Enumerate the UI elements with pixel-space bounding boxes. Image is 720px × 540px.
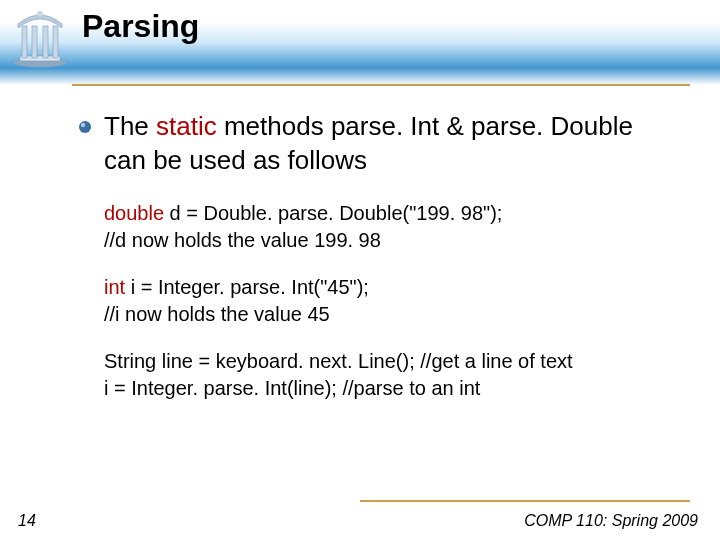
code-block-2: int i = Integer. parse. Int("45"); //i n…: [104, 274, 680, 328]
footer-divider: [360, 500, 690, 502]
svg-rect-5: [53, 26, 58, 58]
bullet-item: The static methods parse. Int & parse. D…: [78, 110, 680, 178]
code-line: int i = Integer. parse. Int("45");: [104, 274, 680, 301]
svg-point-6: [37, 11, 43, 17]
code-block-3: String line = keyboard. next. Line(); //…: [104, 348, 680, 402]
svg-point-7: [79, 121, 91, 133]
bullet-icon: [78, 120, 92, 134]
code-line: String line = keyboard. next. Line(); //…: [104, 348, 680, 375]
svg-point-8: [81, 123, 85, 127]
text-emphasis: static: [156, 111, 217, 141]
title-underline: [72, 84, 690, 86]
page-number: 14: [18, 512, 36, 530]
code-text: i = Integer. parse. Int("45");: [125, 276, 369, 298]
text-pre: The: [104, 111, 156, 141]
code-comment: //d now holds the value 199. 98: [104, 227, 680, 254]
logo-old-well: [10, 8, 70, 68]
code-block-1: double d = Double. parse. Double("199. 9…: [104, 200, 680, 254]
bullet-text: The static methods parse. Int & parse. D…: [104, 110, 680, 178]
code-line: double d = Double. parse. Double("199. 9…: [104, 200, 680, 227]
slide-title: Parsing: [82, 8, 199, 45]
code-comment: //i now holds the value 45: [104, 301, 680, 328]
svg-rect-3: [32, 26, 37, 58]
keyword: double: [104, 202, 164, 224]
slide-content: The static methods parse. Int & parse. D…: [78, 110, 680, 422]
keyword: int: [104, 276, 125, 298]
course-label: COMP 110: Spring 2009: [524, 512, 698, 530]
svg-rect-4: [43, 26, 48, 58]
code-text: d = Double. parse. Double("199. 98");: [164, 202, 502, 224]
code-line: i = Integer. parse. Int(line); //parse t…: [104, 375, 680, 402]
svg-rect-2: [22, 26, 27, 58]
